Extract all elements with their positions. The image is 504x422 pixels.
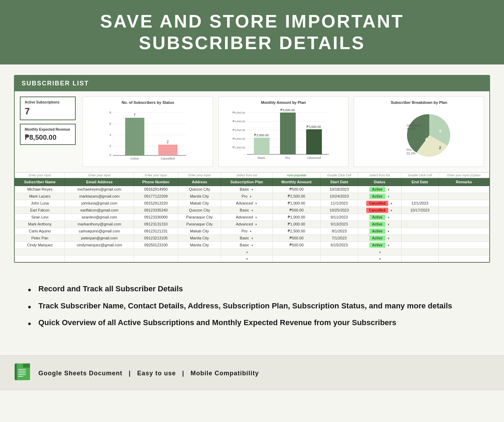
cell-amount: ₱500.00	[272, 241, 321, 248]
dashboard: Active Subscriptions 7 Monthly Expected …	[15, 91, 489, 172]
empty-cell	[15, 255, 65, 262]
pie-chart-svg: Advanced 33.3% Pro 22.2% 3 2 4	[358, 107, 480, 163]
cell-remarks	[438, 207, 489, 214]
svg-text:-: -	[244, 153, 245, 156]
cell-email: johnluna@gmail.com	[65, 200, 134, 207]
subscriber-section: SUBSCRIBER LIST Active Subscriptions 7 M…	[14, 75, 490, 263]
col-start: Start Date	[321, 178, 358, 186]
cell-end: 10/17/2023	[401, 207, 438, 214]
table-row: John Luna johnluna@gmail.com 09152913220…	[15, 200, 489, 207]
svg-text:₱5,000.00: ₱5,000.00	[232, 111, 245, 114]
cell-end	[401, 235, 438, 241]
cell-status: Active ▼	[358, 186, 401, 193]
svg-text:₱3,000.00: ₱3,000.00	[232, 129, 245, 132]
svg-rect-51	[18, 374, 26, 375]
chart1-body: 8 6 4 2 0	[86, 107, 209, 163]
charts-area: No. of Subscribers by Status 8 6 4 2 0	[83, 97, 484, 167]
features-list: Record and Track all Subscriber DetailsT…	[28, 284, 476, 328]
svg-rect-48	[18, 369, 26, 370]
chart3-body: Advanced 33.3% Pro 22.2% 3 2 4	[358, 107, 480, 163]
cell-end	[401, 221, 438, 228]
svg-text:22.2%: 22.2%	[407, 152, 416, 155]
svg-rect-52	[18, 376, 23, 377]
revenue-card: Monthly Expected Revenue ₱8,500.00	[20, 124, 76, 145]
col-phone: Phone Number	[134, 178, 178, 186]
cell-phone: 09177122209	[134, 193, 178, 200]
cell-start: 9/11/2023	[321, 214, 358, 221]
svg-text:3: 3	[439, 129, 441, 133]
hint-remarks: Enter your input (Option	[438, 172, 489, 178]
col-status: Status	[358, 178, 401, 186]
subscribers-by-status-chart: No. of Subscribers by Status 8 6 4 2 0	[83, 97, 213, 167]
page-footer: Google Sheets Document | Easy to use | M…	[0, 355, 504, 391]
cell-plan: Basic ▼	[221, 207, 272, 214]
svg-text:8: 8	[110, 111, 111, 114]
col-plan: Subscription Plan	[221, 178, 272, 186]
hint-name: Enter your input	[15, 172, 65, 178]
cell-address: Makati City	[178, 200, 221, 207]
svg-text:2: 2	[439, 146, 441, 150]
cell-start: 8/1/2023	[321, 228, 358, 235]
cell-name: Michael Reyes	[15, 186, 65, 193]
hint-start: Double Click Cell	[321, 172, 358, 178]
cell-amount: ₱2,500.00	[272, 228, 321, 235]
page-header: SAVE AND STORE IMPORTANT SUBSCRIBER DETA…	[0, 0, 504, 64]
cell-address: Paranaque City	[178, 214, 221, 221]
cell-name: Cindy Marquez	[15, 241, 65, 248]
table-row: Mark Anthony markanthony@gmail.com 09123…	[15, 221, 489, 228]
cell-start: 10/18/2023	[321, 186, 358, 193]
svg-text:0: 0	[110, 153, 111, 157]
cell-start: 7/1/2023	[321, 235, 358, 241]
cell-address: Paranaque City	[178, 221, 221, 228]
cell-remarks	[438, 200, 489, 207]
cell-phone: 09123121231	[134, 228, 178, 235]
table-row: Peter Pan peterpan@gmail.com 09123213105…	[15, 235, 489, 241]
footer-feature1: Easy to use	[137, 370, 176, 377]
cell-end	[401, 214, 438, 221]
chart2-title: Monthly Amount by Plan	[222, 100, 345, 105]
cell-address: Manila City	[178, 193, 221, 200]
cell-start: 11/1/2023	[321, 200, 358, 207]
table-row: Cindy Marquez cindymarquez@gmail.com 092…	[15, 241, 489, 248]
cell-end	[401, 186, 438, 193]
cell-status: Cancelled ▼	[358, 207, 401, 214]
cell-name: Sean Levi	[15, 214, 65, 221]
svg-text:Cancelled: Cancelled	[161, 157, 175, 160]
subscriber-table-wrapper: Enter your input Enter your input Enter …	[15, 172, 489, 262]
cell-name: Earl Falcon	[15, 207, 65, 214]
table-row: Mark Lazaro marklazaro@gmail.com 0917712…	[15, 193, 489, 200]
footer-feature2: Mobile Compatibility	[190, 370, 259, 377]
revenue-value: ₱8,500.00	[25, 133, 71, 141]
cell-email: carloaquino@gmail.com	[65, 228, 134, 235]
cell-remarks	[438, 186, 489, 193]
revenue-label: Monthly Expected Revenue	[25, 127, 71, 132]
cell-phone: 09250123100	[134, 241, 178, 248]
table-row: Sean Levi seanlevi@gmail.com 09123330000…	[15, 214, 489, 221]
cell-amount: ₱500.00	[272, 186, 321, 193]
cell-email: markanthony@gmail.com	[65, 221, 134, 228]
feature-item: Track Subscriber Name, Contact Details, …	[28, 301, 476, 312]
cell-phone: 09123335240	[134, 207, 178, 214]
cell-amount: ₱500.00	[272, 235, 321, 241]
hint-amount: Auto-populate	[272, 172, 321, 178]
cell-end	[401, 193, 438, 200]
bar-chart-2-svg: ₱5,000.00 ₱4,000.00 ₱3,000.00 ₱2,000.00 …	[222, 107, 345, 163]
feature-item: Quick Overview of all Active Subscriptio…	[28, 317, 476, 328]
feature-item: Record and Track all Subscriber Details	[28, 284, 476, 294]
chart3-title: Subscriber Breakdown by Plan	[358, 100, 480, 105]
col-email: Email Address	[65, 178, 134, 186]
cell-amount: ₱1,000.00	[272, 200, 321, 207]
table-row: Earl Falcon earlfalcon@gmail.com 0912333…	[15, 207, 489, 214]
hint-address: Enter your input	[178, 172, 221, 178]
svg-text:Pro: Pro	[285, 156, 290, 160]
cell-plan: Advanced ▼	[221, 200, 272, 207]
input-hints-row: Enter your input Enter your input Enter …	[15, 172, 489, 178]
col-end: End Date	[401, 178, 438, 186]
chart1-title: No. of Subscribers by Status	[86, 100, 209, 105]
cell-name: Peter Pan	[15, 235, 65, 241]
footer-sep2: |	[182, 370, 184, 377]
cell-remarks	[438, 214, 489, 221]
stats-box: Active Subscriptions 7 Monthly Expected …	[20, 97, 76, 167]
cell-plan: Basic ▼	[221, 186, 272, 193]
cell-status: Active ▼	[358, 235, 401, 241]
